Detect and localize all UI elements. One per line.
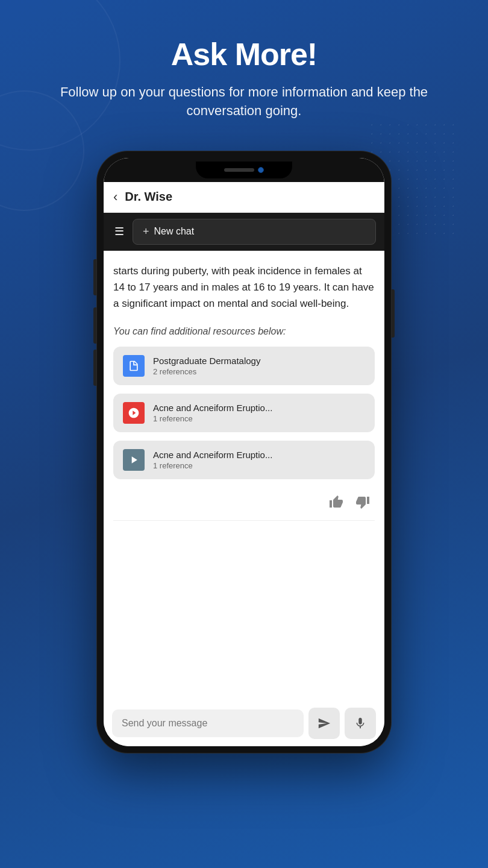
header-section: Ask More! Follow up on your questions fo…	[0, 0, 488, 139]
resource-refs-1: 2 references	[153, 367, 365, 376]
notch	[196, 162, 292, 178]
resource-info-3: Acne and Acneiform Eruptio... 1 referenc…	[153, 450, 365, 470]
phone-screen: ‹ Dr. Wise ☰ + New chat starts during pu…	[104, 158, 384, 746]
page-subtitle: Follow up on your questions for more inf…	[24, 83, 464, 121]
back-button[interactable]: ‹	[113, 189, 117, 205]
message-body: starts during puberty, with peak inciden…	[113, 263, 375, 312]
resource-card-2[interactable]: Acne and Acneiform Eruptio... 1 referenc…	[113, 394, 375, 432]
doc-icon	[123, 355, 145, 377]
resource-info-1: Postgraduate Dermatalogy 2 references	[153, 356, 365, 376]
app-toolbar: ☰ + New chat	[104, 213, 384, 251]
camera	[258, 167, 264, 173]
feedback-row	[113, 488, 375, 521]
resource-card-3[interactable]: Acne and Acneiform Eruptio... 1 referenc…	[113, 441, 375, 479]
resource-title-2: Acne and Acneiform Eruptio...	[153, 403, 365, 413]
send-button[interactable]	[308, 708, 340, 739]
resource-refs-2: 1 reference	[153, 414, 365, 423]
menu-icon[interactable]: ☰	[112, 222, 127, 241]
new-chat-button[interactable]: + New chat	[133, 219, 376, 245]
resource-info-2: Acne and Acneiform Eruptio... 1 referenc…	[153, 403, 365, 423]
resource-card-1[interactable]: Postgraduate Dermatalogy 2 references	[113, 347, 375, 385]
pdf-icon	[123, 402, 145, 424]
app-title: Dr. Wise	[125, 190, 172, 204]
phone-wrapper: ‹ Dr. Wise ☰ + New chat starts during pu…	[0, 151, 488, 753]
thumbs-down-button[interactable]	[353, 492, 372, 515]
new-chat-plus-icon: +	[143, 225, 149, 238]
resource-title-1: Postgraduate Dermatalogy	[153, 356, 365, 366]
thumbs-up-button[interactable]	[327, 492, 346, 515]
speaker	[224, 168, 254, 172]
mic-button[interactable]	[345, 708, 376, 739]
message-input[interactable]	[112, 709, 304, 737]
resource-refs-3: 1 reference	[153, 461, 365, 470]
phone-device: ‹ Dr. Wise ☰ + New chat starts during pu…	[96, 151, 392, 753]
app-header: ‹ Dr. Wise	[104, 182, 384, 213]
resource-title-3: Acne and Acneiform Eruptio...	[153, 450, 365, 460]
resources-label: You can find additional resources below:	[113, 326, 375, 337]
video-icon	[123, 449, 145, 471]
page-title: Ask More!	[24, 36, 464, 72]
notch-area	[104, 158, 384, 182]
chat-content: starts during puberty, with peak inciden…	[104, 251, 384, 700]
new-chat-label: New chat	[154, 226, 195, 237]
input-area	[104, 700, 384, 746]
